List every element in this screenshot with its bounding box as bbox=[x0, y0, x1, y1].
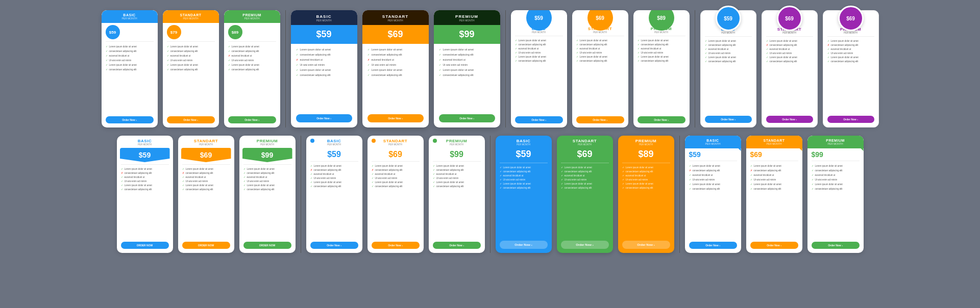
price: $89 bbox=[657, 15, 666, 21]
divider bbox=[705, 36, 752, 37]
per-month: PER MONTH bbox=[703, 32, 754, 34]
btn-area: Order Now › bbox=[701, 114, 756, 127]
order-button[interactable]: Order Now › bbox=[561, 241, 609, 249]
per-month: PER MONTH bbox=[621, 143, 671, 146]
btn-area: ORDER NOW bbox=[178, 240, 234, 253]
order-button[interactable]: Order Now › bbox=[310, 242, 358, 249]
per-month: PER MONTH bbox=[104, 17, 156, 20]
order-button[interactable]: ORDER NOW bbox=[182, 242, 230, 249]
feature-item: ✓Lorem ipsum dolor sit amet bbox=[433, 165, 481, 167]
order-button[interactable]: Order Now › bbox=[689, 242, 737, 249]
feature-item: ✓consectetuer adipiscing elit bbox=[689, 187, 737, 190]
feature-item: ✓Lorem ipsum dolor sit amet bbox=[750, 164, 798, 167]
feature-item: ✗euismod tincidunt ut bbox=[228, 54, 276, 57]
order-button[interactable]: Order Now › bbox=[827, 116, 874, 123]
per-month: PER MONTH bbox=[294, 19, 354, 22]
separator bbox=[505, 10, 506, 127]
order-button[interactable]: Order Now › bbox=[515, 116, 563, 123]
order-button[interactable]: Order Now › bbox=[750, 242, 798, 249]
pricing-row-1: BASIC PER MONTH $59 ✓Lorem ipsum dolor s… bbox=[10, 10, 970, 127]
feature-item: ✓consectetuer adipiscing elit bbox=[228, 49, 276, 53]
feature-item: ✓Lorem ipsum dolor sit amet bbox=[228, 63, 276, 66]
feature-item: ✓euismod tincidunt ut bbox=[750, 173, 798, 176]
per-month: PER MONTH bbox=[365, 19, 426, 22]
feature-item: ✓euismod tincidunt ut bbox=[638, 47, 685, 50]
price-circle: $59 bbox=[106, 25, 120, 39]
order-button[interactable]: Order Now › bbox=[500, 241, 548, 249]
card-header: BASIC PER MONTH bbox=[117, 136, 173, 147]
price: $69 bbox=[596, 15, 604, 21]
order-button[interactable]: Order Now › bbox=[439, 114, 495, 122]
per-month: PER MONTH bbox=[371, 143, 421, 146]
feature-item: ✓Ut wisi enim ad minim bbox=[167, 59, 215, 62]
order-button[interactable]: ORDER NOW bbox=[121, 242, 169, 249]
feature-item: ✓euismod tincidunt ut bbox=[576, 47, 624, 50]
order-button[interactable]: Order Now › bbox=[106, 116, 154, 123]
card-ribbon-standart: STANDART PER MONTH $69 ✓Lorem ipsum dolo… bbox=[178, 136, 234, 253]
price-box: $69 bbox=[746, 148, 802, 161]
feature-item: ✓Ut wisi enim ad minim bbox=[561, 178, 609, 181]
btn-area: Order Now › bbox=[306, 240, 362, 253]
feature-item: ✗consectetuer adipiscing elit bbox=[182, 172, 230, 174]
per-month: PER MONTH bbox=[242, 143, 292, 146]
features-list: ✓Lorem ipsum dolor sit amet ✗consectetue… bbox=[178, 166, 234, 240]
card-header: BASIC PER MONTH bbox=[291, 10, 357, 25]
price: $59 bbox=[724, 16, 732, 21]
order-button[interactable]: Order Now › bbox=[167, 116, 215, 123]
feature-item: ✓consectetuer adipiscing elit bbox=[310, 185, 358, 188]
order-button[interactable]: Order Now › bbox=[433, 242, 481, 249]
price-box: $79 bbox=[163, 23, 219, 41]
card-header: PREMIUM PER MONTH bbox=[434, 10, 500, 25]
feature-item: ✓Lorem ipsum dolor sit amet bbox=[372, 165, 420, 167]
per-month: PER MONTH bbox=[687, 142, 739, 145]
order-button[interactable]: Order Now › bbox=[638, 116, 685, 123]
price-box: $89 bbox=[224, 23, 280, 41]
order-button[interactable]: Order Now › bbox=[812, 242, 860, 249]
order-button[interactable]: Order Now › bbox=[576, 116, 624, 123]
feature-item: ✓consectetuer adipiscing elit bbox=[228, 68, 276, 71]
order-button[interactable]: Order Now › bbox=[622, 241, 670, 249]
order-button[interactable]: Order Now › bbox=[705, 116, 752, 123]
card-header: BASIC PER MONTH bbox=[496, 136, 552, 148]
btn-area: Order Now › bbox=[557, 239, 613, 253]
per-month: PER MONTH bbox=[810, 142, 862, 145]
feature-item: ✓Ut wisi enim ad minim bbox=[638, 52, 685, 54]
feature-item: ✓consectetuer adipiscing elit bbox=[705, 44, 752, 46]
feature-item: ✓Ut wisi enim ad minim bbox=[310, 177, 358, 179]
card-fold-premium: PREMIUM PER MONTH $99 ✓Lorem ipsum dolor… bbox=[807, 136, 864, 253]
order-button[interactable]: Order Now › bbox=[766, 116, 813, 123]
plan-name: BASIC bbox=[104, 13, 156, 17]
order-button[interactable]: Order Now › bbox=[228, 116, 276, 123]
feature-item: ✓Lorem ipsum dolor sit amet bbox=[182, 184, 230, 187]
feature-item: ✓Lorem ipsum dolor sit amet bbox=[750, 183, 798, 186]
feature-item: ✗consectetuer adipiscing elit bbox=[827, 44, 874, 46]
order-button[interactable]: Order Now › bbox=[372, 242, 420, 249]
features-list: ✓Lorem ipsum dolor sit amet ✓consectetue… bbox=[291, 44, 357, 111]
feature-item: ✓consectetuer adipiscing elit bbox=[500, 170, 548, 173]
feature-item: ✓consectetuer adipiscing elit bbox=[827, 60, 874, 63]
order-button[interactable]: Order Now › bbox=[368, 114, 424, 122]
features-list: ✓Lorem ipsum dolor sit amet ✓consectetue… bbox=[429, 162, 485, 240]
plan-name: BASIC bbox=[294, 14, 354, 19]
feature-item: ✓Lorem ipsum dolor sit amet bbox=[827, 56, 874, 59]
features-list: ✓Lorem ipsum dolor sit amet ✗consectetue… bbox=[368, 162, 424, 240]
feature-item: ✓euismod tincidunt ut bbox=[705, 48, 752, 50]
feature-item: ✓consectetuer adipiscing elit bbox=[167, 68, 215, 71]
order-button[interactable]: Order Now › bbox=[296, 114, 352, 122]
feature-item: ✓consectetuer adipiscing elit bbox=[576, 60, 624, 62]
price-box: $59 bbox=[102, 23, 158, 41]
price: $89 bbox=[621, 149, 671, 160]
plan-name: STANDART bbox=[165, 13, 217, 17]
separator bbox=[301, 136, 301, 253]
feature-item: ✓Lorem ipsum dolor sit amet bbox=[296, 68, 352, 71]
feature-item: ✓Ut wisi enim ad minim bbox=[515, 52, 563, 54]
feature-item: ✓Lorem ipsum dolor sit amet bbox=[368, 48, 424, 51]
price-box: $99 bbox=[807, 148, 864, 161]
price: $69 bbox=[750, 150, 762, 159]
separator bbox=[695, 10, 695, 127]
feature-item: ✓Lorem ipsum dolor sit amet bbox=[167, 45, 215, 48]
btn-area: Order Now › bbox=[429, 240, 485, 253]
order-button[interactable]: ORDER NOW bbox=[243, 242, 291, 249]
btn-area: Order Now › bbox=[762, 114, 817, 127]
feature-item: ✓consectetuer adipiscing elit bbox=[705, 60, 752, 63]
